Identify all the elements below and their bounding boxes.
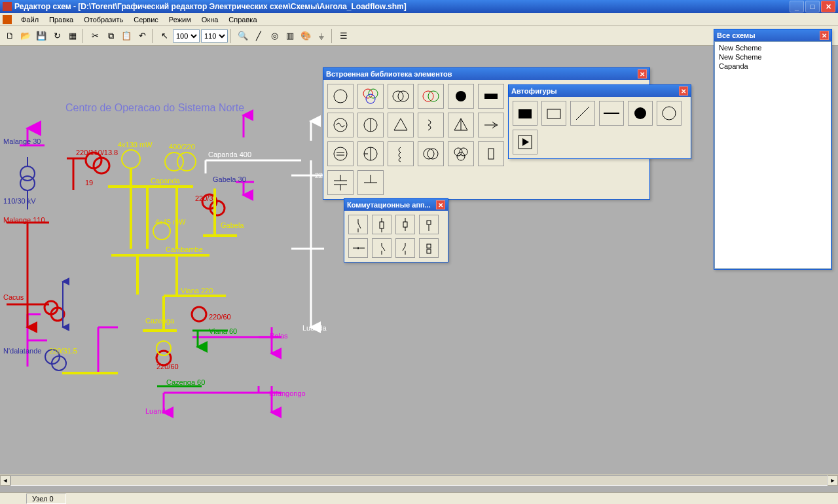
svg-point-42 xyxy=(177,153,196,171)
toolbar-copy[interactable]: ⧉ xyxy=(103,29,118,43)
statusbar: Узел 0 xyxy=(0,492,838,504)
sym-gen[interactable] xyxy=(327,113,354,137)
schemes-list[interactable]: New Scheme New Scheme Capanda xyxy=(714,41,831,269)
sym-delta2[interactable] xyxy=(448,113,474,137)
shape-play[interactable] xyxy=(513,130,537,154)
shape-line-diag[interactable] xyxy=(570,101,595,126)
menu-edit[interactable]: Правка xyxy=(44,14,79,25)
scroll-track[interactable] xyxy=(10,475,828,486)
library-title: Встроенная библиотека элементов xyxy=(326,70,638,78)
minimize-button[interactable]: _ xyxy=(790,1,804,12)
sym-2ring[interactable] xyxy=(418,141,444,166)
svg-rect-93 xyxy=(488,149,494,159)
toolbar-pointer[interactable]: ↖ xyxy=(157,29,172,43)
sym-2circle[interactable] xyxy=(388,84,414,109)
sym-coil[interactable] xyxy=(418,113,444,137)
switch-7[interactable] xyxy=(395,238,415,258)
autoshapes-close-button[interactable]: ✕ xyxy=(679,86,688,96)
svg-rect-110 xyxy=(380,222,384,228)
menu-file[interactable]: Файл xyxy=(16,14,44,25)
switch-2[interactable] xyxy=(372,215,392,234)
svg-point-57 xyxy=(156,341,171,355)
sym-arrow[interactable] xyxy=(478,113,504,137)
toolbar-ground[interactable]: ⏚ xyxy=(314,29,329,43)
autoshapes-palette[interactable]: Автофигуры✕ xyxy=(508,84,691,159)
app-icon xyxy=(3,2,12,11)
menu-windows[interactable]: Окна xyxy=(196,14,224,25)
toolbar-zoomwin[interactable]: 🔍 xyxy=(236,29,250,43)
all-schemes-close-button[interactable]: ✕ xyxy=(820,31,829,40)
scroll-left-button[interactable]: ◄ xyxy=(0,475,10,486)
switch-5[interactable] xyxy=(348,238,368,258)
toolbar-trans[interactable]: ◎ xyxy=(267,29,282,43)
sym-ground[interactable] xyxy=(357,170,384,195)
switch-1[interactable] xyxy=(348,215,368,234)
svg-rect-113 xyxy=(403,222,407,227)
sym-circle[interactable] xyxy=(327,84,354,109)
svg-point-28 xyxy=(192,307,206,321)
toolbar-line[interactable]: ╱ xyxy=(251,29,266,43)
toolbar-lib[interactable]: ▥ xyxy=(283,29,297,43)
sym-cap-rect[interactable] xyxy=(478,141,504,166)
toolbar-list[interactable]: ☰ xyxy=(337,29,351,43)
shape-filled-rect[interactable] xyxy=(513,101,537,126)
svg-point-77 xyxy=(456,91,466,101)
zoom-select-1[interactable]: 100 xyxy=(173,29,200,43)
shape-filled-circle[interactable] xyxy=(628,101,653,126)
horizontal-scrollbar[interactable]: ◄ ► xyxy=(0,474,838,486)
svg-point-71 xyxy=(369,89,378,98)
list-item[interactable]: New Scheme xyxy=(716,52,829,62)
svg-point-40 xyxy=(122,150,140,168)
menu-mode[interactable]: Режим xyxy=(164,14,196,25)
shape-line-h[interactable] xyxy=(599,101,624,126)
switch-3[interactable] xyxy=(395,215,415,234)
sym-3ring[interactable] xyxy=(448,141,474,166)
sym-motor[interactable] xyxy=(357,113,384,137)
sym-2circle-color[interactable] xyxy=(418,84,444,109)
all-schemes-panel[interactable]: Все схемы✕ New Scheme New Scheme Capanda xyxy=(714,29,832,270)
sym-eq[interactable] xyxy=(327,141,354,166)
menu-service[interactable]: Сервис xyxy=(128,14,164,25)
close-button[interactable]: ✕ xyxy=(821,1,835,12)
zoom-select-2[interactable]: 110 xyxy=(201,29,228,43)
toolbar-cut[interactable]: ✂ xyxy=(88,29,102,43)
switch-4[interactable] xyxy=(419,215,439,234)
sym-filled-circle[interactable] xyxy=(448,84,474,109)
svg-rect-100 xyxy=(519,109,532,118)
sym-split[interactable] xyxy=(357,141,384,166)
toolbar-save[interactable]: 💾 xyxy=(34,29,48,43)
list-item[interactable]: New Scheme xyxy=(716,43,829,52)
switch-palette[interactable]: Коммутационные апп...✕ xyxy=(344,198,448,262)
titlebar-text: Редактор схем - [D:\Torent\Графический р… xyxy=(14,2,788,11)
menu-display[interactable]: Отобразить xyxy=(79,14,128,25)
switch-close-button[interactable]: ✕ xyxy=(436,200,445,209)
svg-line-125 xyxy=(403,246,405,251)
scroll-right-button[interactable]: ► xyxy=(828,475,838,486)
toolbar-undo[interactable]: ↶ xyxy=(135,29,149,43)
toolbar-new[interactable]: 🗋 xyxy=(3,29,17,43)
svg-point-91 xyxy=(460,148,467,156)
svg-line-122 xyxy=(382,246,385,251)
sym-3wind-trans[interactable] xyxy=(357,84,384,109)
shape-circle[interactable] xyxy=(657,101,682,126)
menubar: Файл Правка Отобразить Сервис Режим Окна… xyxy=(0,13,838,26)
toolbar-paste[interactable]: 📋 xyxy=(119,29,134,43)
maximize-button[interactable]: □ xyxy=(805,1,820,12)
list-item[interactable]: Capanda xyxy=(716,62,829,71)
switch-8[interactable] xyxy=(419,238,439,258)
sym-ind[interactable] xyxy=(388,141,414,166)
toolbar-color[interactable]: 🎨 xyxy=(299,29,313,43)
library-close-button[interactable]: ✕ xyxy=(638,69,647,79)
sym-delta[interactable] xyxy=(388,113,414,137)
shape-rect[interactable] xyxy=(541,101,566,126)
svg-point-72 xyxy=(366,94,375,103)
toolbar-refresh[interactable]: ↻ xyxy=(50,29,64,43)
svg-point-82 xyxy=(334,147,347,160)
sym-cap[interactable] xyxy=(327,170,354,195)
menu-help[interactable]: Справка xyxy=(223,14,262,25)
svg-rect-128 xyxy=(427,249,431,253)
sym-filled-rect[interactable] xyxy=(478,84,504,109)
switch-6[interactable] xyxy=(372,238,392,258)
toolbar-properties[interactable]: ▦ xyxy=(65,29,80,43)
toolbar-open[interactable]: 📂 xyxy=(18,29,33,43)
